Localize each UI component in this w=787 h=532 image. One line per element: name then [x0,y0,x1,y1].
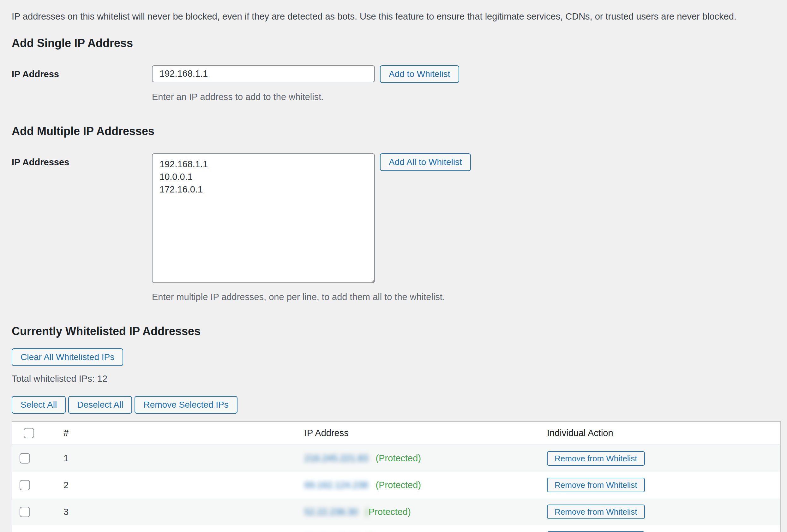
row-action-cell: Remove from Whitelist [547,472,781,498]
table-row: 4 52.15.147.27(Protected) Remove from Wh… [12,525,781,532]
row-number: 3 [63,498,304,525]
table-header-number: # [63,422,304,445]
single-ip-input[interactable] [152,65,375,82]
protected-badge: (Protected) [376,480,421,490]
blurred-ip-address: 52.22.236.30 [304,507,358,517]
deselect-all-button[interactable]: Deselect All [68,396,132,414]
multiple-ip-textarea[interactable]: 192.168.1.1 10.0.0.1 172.16.0.1 [152,153,375,283]
add-all-to-whitelist-button[interactable]: Add All to Whitelist [380,153,471,171]
remove-selected-button[interactable]: Remove Selected IPs [134,396,237,414]
table-row: 3 52.22.236.30(Protected) Remove from Wh… [12,498,781,525]
row-ip-cell: 52.15.147.27(Protected) [304,525,547,532]
remove-from-whitelist-button[interactable]: Remove from Whitelist [547,451,645,466]
table-header-individual-action: Individual Action [547,422,781,445]
protected-badge: (Protected) [376,453,421,463]
total-whitelisted-count: Total whitelisted IPs: 12 [12,374,780,384]
blurred-ip-address: 216.245.221.83 [304,453,368,463]
add-to-whitelist-button[interactable]: Add to Whitelist [380,65,459,83]
table-row: 1 216.245.221.83(Protected) Remove from … [12,445,781,472]
whitelisted-ips-table: # IP Address Individual Action 1 216.245… [12,421,781,532]
clear-all-whitelisted-button[interactable]: Clear All Whitelisted IPs [12,348,123,366]
multiple-ip-section-heading: Add Multiple IP Addresses [12,126,780,137]
row-ip-cell: 216.245.221.83(Protected) [304,445,547,472]
table-header-ip-address: IP Address [304,422,547,445]
table-header-row: # IP Address Individual Action [12,422,781,445]
protected-badge-blurred-part: ( [365,507,368,517]
row-action-cell: Remove from Whitelist [547,498,781,525]
row-number: 1 [63,445,304,472]
single-ip-label: IP Address [12,65,152,80]
whitelist-settings-page: IP addresses on this whitelist will neve… [0,0,787,532]
protected-badge: Protected) [368,507,411,517]
row-checkbox[interactable] [20,480,30,490]
row-ip-cell: 69.162.124.238(Protected) [304,472,547,498]
current-whitelist-section-heading: Currently Whitelisted IP Addresses [12,326,780,337]
single-ip-help-text: Enter an IP address to add to the whitel… [152,92,459,102]
select-all-checkbox[interactable] [24,428,34,438]
select-all-button[interactable]: Select All [12,396,66,414]
multiple-ip-help-text: Enter multiple IP addresses, one per lin… [152,292,471,302]
multiple-ip-field-group: 192.168.1.1 10.0.0.1 172.16.0.1 Add All … [152,153,471,302]
remove-from-whitelist-button[interactable]: Remove from Whitelist [547,505,645,519]
single-ip-field-group: Add to Whitelist Enter an IP address to … [152,65,459,102]
multiple-ip-form-row: IP Addresses 192.168.1.1 10.0.0.1 172.16… [12,153,780,302]
multiple-ip-label: IP Addresses [12,153,152,168]
row-number: 2 [63,472,304,498]
table-header-checkbox-cell [12,422,63,445]
table-row: 2 69.162.124.238(Protected) Remove from … [12,472,781,498]
single-ip-form-row: IP Address Add to Whitelist Enter an IP … [12,65,780,102]
bulk-actions-toolbar: Select All Deselect All Remove Selected … [12,396,780,414]
row-action-cell: Remove from Whitelist [547,525,781,532]
row-checkbox[interactable] [20,453,30,464]
row-checkbox[interactable] [20,507,30,517]
row-action-cell: Remove from Whitelist [547,445,781,472]
blurred-ip-address: 69.162.124.238 [304,480,368,490]
row-ip-cell: 52.22.236.30(Protected) [304,498,547,525]
single-ip-section-heading: Add Single IP Address [12,38,780,49]
row-number: 4 [63,525,304,532]
whitelist-description: IP addresses on this whitelist will neve… [12,10,780,23]
remove-from-whitelist-button[interactable]: Remove from Whitelist [547,478,645,492]
